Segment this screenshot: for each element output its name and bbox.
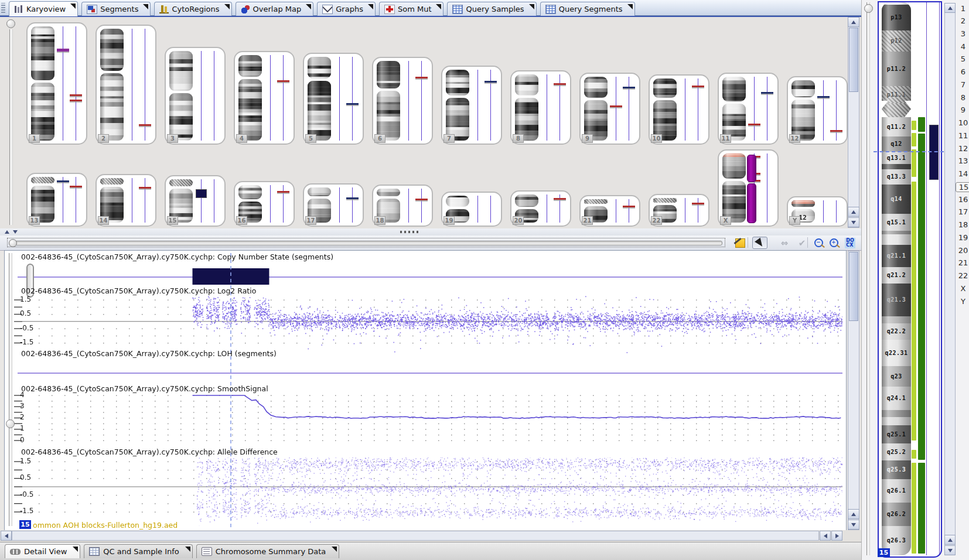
tab-menu-corner-icon[interactable] xyxy=(306,4,311,9)
ideogram-band-q25.3[interactable]: q25.3 xyxy=(882,460,911,479)
sidebar-scroll-up2-button[interactable] xyxy=(944,535,956,545)
karyoview-vertical-slider[interactable] xyxy=(9,29,13,225)
chromosome-list-item-18[interactable]: 18 xyxy=(956,220,969,229)
ideogram-band-q25.2[interactable]: q25.2 xyxy=(882,443,911,460)
chromosome-list-item-16[interactable]: 16 xyxy=(956,195,969,204)
splitter-handle-icon[interactable] xyxy=(400,231,420,233)
detail-vertical-slider[interactable] xyxy=(9,253,12,526)
sidebar-zoom-slider[interactable] xyxy=(866,2,870,555)
segment-marker-red[interactable] xyxy=(139,187,151,189)
tab-menu-corner-icon[interactable] xyxy=(143,4,148,9)
tab-som-mut[interactable]: Som Mut xyxy=(379,2,444,16)
ideogram-band[interactable] xyxy=(882,164,911,169)
ideogram-band-q26.1[interactable]: q26.1 xyxy=(882,479,911,503)
chromosome-4-box[interactable]: 4 xyxy=(234,51,295,145)
segment-marker-red[interactable] xyxy=(554,83,566,85)
ideogram-band-q23[interactable]: q23 xyxy=(882,366,911,387)
chromosome-1-ideogram[interactable] xyxy=(30,26,55,141)
chromosome-1-box[interactable]: 1 xyxy=(26,22,87,145)
segment-marker-red[interactable] xyxy=(692,203,704,204)
chromosome-5-box[interactable]: 5 xyxy=(303,53,364,145)
zoom-in-button[interactable]: + xyxy=(826,237,841,249)
chromosome-15-ideogram-panel[interactable]: p13p12p11.2p11.1q11.2q12q13.1q13.3q14q15… xyxy=(878,1,942,558)
tab-graphs[interactable]: Graphs xyxy=(317,2,376,16)
chromosome-6-box[interactable]: 6 xyxy=(372,57,433,145)
detail-hscroll-track[interactable] xyxy=(12,531,819,541)
chromosome-list-item-1[interactable]: 1 xyxy=(956,4,969,13)
scroll-right-end-button[interactable] xyxy=(831,531,842,541)
bottom-tab-detail-view[interactable]: Detail View xyxy=(5,544,80,558)
bottom-tab-qc-sample-info[interactable]: QC and Sample Info xyxy=(84,544,193,558)
scroll-left-end-button[interactable] xyxy=(820,531,831,541)
segment-marker-navy[interactable] xyxy=(57,180,69,182)
chromosome-list-item-11[interactable]: 11 xyxy=(956,131,969,140)
scroll-left-button[interactable] xyxy=(1,531,12,541)
chromosome-12-box[interactable]: 12 xyxy=(787,76,848,145)
tab-query-segments[interactable]: Query Segments xyxy=(540,2,635,16)
chromosome-11-ideogram[interactable] xyxy=(722,77,746,141)
ideogram-band-q26.2[interactable]: q26.2 xyxy=(882,503,911,526)
detail-scroll-up-button[interactable] xyxy=(848,509,859,519)
detail-scrollbar-thumb[interactable] xyxy=(849,252,858,321)
tab-menu-corner-icon[interactable] xyxy=(70,4,76,9)
tab-segments[interactable]: Segments xyxy=(81,2,151,16)
chromosome-12-ideogram[interactable] xyxy=(791,80,816,141)
segment-marker-red[interactable] xyxy=(139,124,151,126)
chromosome-list-item-8[interactable]: 8 xyxy=(956,93,969,102)
chromosome-13-box[interactable]: 13 xyxy=(26,173,87,227)
chromosome-list-item-7[interactable]: 7 xyxy=(956,80,969,89)
karyoview-scroll-up-button[interactable] xyxy=(848,17,859,27)
segment-marker-navy[interactable] xyxy=(346,197,359,199)
chromosome-7-box[interactable]: 7 xyxy=(441,66,502,145)
tab-menu-corner-icon[interactable] xyxy=(436,4,441,9)
docx-view-button[interactable]: DO CX xyxy=(842,237,858,249)
karyoview-panel[interactable]: 12345678910111213141516171819202122Xq12Y xyxy=(0,16,861,228)
chromosome-list-item-X[interactable]: X xyxy=(956,284,969,293)
chromosome-9-ideogram[interactable] xyxy=(584,77,608,141)
ideogram-band[interactable] xyxy=(882,410,911,417)
chromosome-15-ideogram[interactable]: p13p12p11.2p11.1q11.2q12q13.1q13.3q14q15… xyxy=(882,2,911,555)
chromosome-10-box[interactable]: 10 xyxy=(649,74,709,145)
chromosome-list-item-2[interactable]: 2 xyxy=(956,16,969,25)
bottom-tab-chromosome-summary-data[interactable]: Chromosome Summary Data xyxy=(196,544,339,558)
ideogram-band-q13.1[interactable]: q13.1 xyxy=(882,152,911,164)
chromosome-5-ideogram[interactable] xyxy=(307,57,332,141)
chromosome-15-box[interactable]: 15 xyxy=(165,175,226,227)
ideogram-band[interactable] xyxy=(882,417,911,425)
zoom-out-button[interactable]: − xyxy=(811,237,826,249)
sidebar-copy-number-segment[interactable] xyxy=(929,125,939,180)
ideogram-band-q22.2[interactable]: q22.2 xyxy=(882,323,911,340)
splitter-collapse-up-icon[interactable] xyxy=(5,230,9,234)
segment-marker-red[interactable] xyxy=(70,100,82,101)
segment-marker-navy[interactable] xyxy=(196,189,207,198)
ideogram-band-q14[interactable]: q14 xyxy=(882,185,911,214)
segment-marker-red[interactable] xyxy=(70,94,82,96)
segment-marker-red[interactable] xyxy=(692,86,704,87)
chromosome-list-item-3[interactable]: 3 xyxy=(956,29,969,38)
ideogram-band-q15.1[interactable]: q15.1 xyxy=(882,214,911,231)
tab-menu-corner-icon[interactable] xyxy=(332,547,337,552)
ideogram-band-q21.1[interactable]: q21.1 xyxy=(882,245,911,267)
chromosome-10-ideogram[interactable] xyxy=(653,78,677,141)
chromosome-X-box[interactable]: X xyxy=(718,149,779,227)
segment-marker-red[interactable] xyxy=(277,80,289,82)
chromosome-list-item-20[interactable]: 20 xyxy=(956,246,969,255)
chromosome-8-box[interactable]: 8 xyxy=(510,70,571,145)
sidebar-scrollbar[interactable] xyxy=(944,3,956,555)
chromosome-14-box[interactable]: 14 xyxy=(95,174,156,227)
segment-marker-navy[interactable] xyxy=(623,87,635,88)
karyoview-scroll-down-button[interactable] xyxy=(848,217,859,227)
annotation-track-badge[interactable]: 15 xyxy=(19,520,31,529)
karyoview-vertical-slider-knob[interactable] xyxy=(6,19,15,28)
segment-marker-navy[interactable] xyxy=(817,96,830,98)
detail-scroll-down-button[interactable] xyxy=(848,520,859,530)
chromosome-list-item-5[interactable]: 5 xyxy=(956,54,969,63)
pointer-tool-button[interactable] xyxy=(752,237,767,249)
tab-menu-corner-icon[interactable] xyxy=(627,4,633,9)
tab-karyoview[interactable]: Karyoview xyxy=(9,1,78,16)
chromosome-2-ideogram[interactable] xyxy=(100,29,124,141)
link-tool-button[interactable]: ⇔ xyxy=(777,237,792,249)
segment-marker-navy[interactable] xyxy=(761,92,773,94)
chromosome-list-item-Y[interactable]: Y xyxy=(956,297,969,306)
chromosome-list-item-22[interactable]: 22 xyxy=(956,271,969,280)
